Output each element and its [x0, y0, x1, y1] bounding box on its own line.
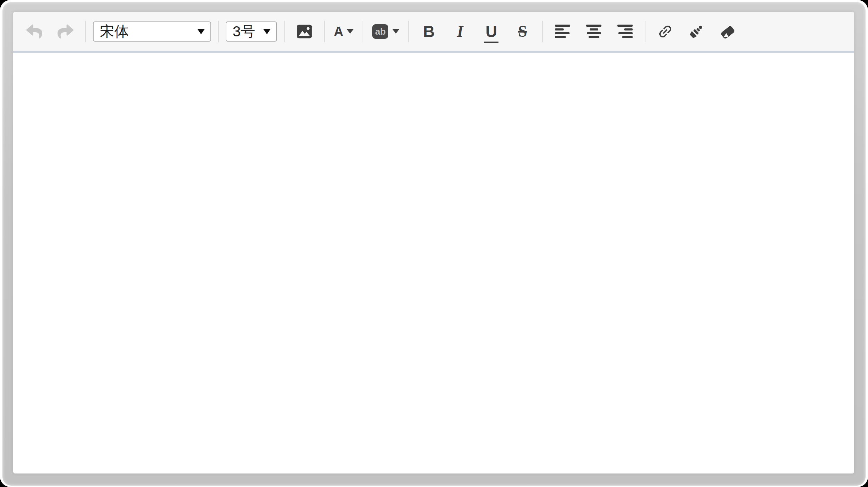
text-color-label: A — [334, 25, 343, 38]
redo-button[interactable] — [57, 22, 74, 41]
link-icon — [657, 23, 674, 40]
editor-widget-canvas: 宋体 3号 A — [0, 0, 868, 487]
align-right-icon — [617, 25, 633, 38]
image-icon — [296, 24, 313, 39]
align-center-icon — [586, 25, 601, 38]
toolbar-separator — [542, 21, 543, 42]
highlight-color-button[interactable]: ab — [372, 24, 399, 39]
eraser-icon — [719, 23, 736, 40]
align-right-button[interactable] — [617, 22, 633, 41]
brush-icon — [688, 23, 705, 40]
caret-down-icon — [197, 29, 205, 34]
format-brush-button[interactable] — [688, 22, 705, 41]
caret-down-icon — [392, 29, 399, 34]
underline-label: U — [486, 24, 497, 39]
insert-image-button[interactable] — [296, 22, 313, 41]
toolbar-separator — [408, 21, 409, 42]
bold-label: B — [423, 24, 435, 39]
italic-label: I — [457, 24, 463, 39]
align-left-icon — [555, 25, 570, 38]
caret-down-icon — [263, 29, 271, 34]
toolbar-separator — [363, 21, 363, 42]
editor-toolbar: 宋体 3号 A — [13, 12, 854, 53]
underline-button[interactable]: U — [483, 22, 500, 41]
insert-link-button[interactable] — [657, 22, 674, 41]
highlight-icon: ab — [372, 24, 388, 39]
strikethrough-button[interactable]: S — [514, 22, 531, 41]
toolbar-separator — [645, 21, 645, 42]
clear-format-button[interactable] — [719, 22, 736, 41]
italic-button[interactable]: I — [452, 22, 468, 41]
font-family-select[interactable]: 宋体 — [93, 21, 211, 42]
undo-arrow-icon — [26, 24, 42, 39]
toolbar-separator — [284, 21, 285, 42]
toolbar-separator — [85, 21, 86, 42]
redo-arrow-icon — [58, 24, 73, 39]
toolbar-separator — [324, 21, 325, 42]
bold-button[interactable]: B — [420, 22, 437, 41]
font-size-select[interactable]: 3号 — [226, 21, 277, 42]
highlight-label: ab — [375, 27, 385, 36]
toolbar-separator — [218, 21, 219, 42]
font-size-value: 3号 — [233, 24, 255, 39]
editor-content-area[interactable] — [13, 53, 854, 473]
font-family-value: 宋体 — [100, 24, 129, 39]
rich-text-editor: 宋体 3号 A — [13, 12, 854, 473]
caret-down-icon — [347, 29, 354, 34]
undo-button[interactable] — [26, 22, 43, 41]
text-color-button[interactable]: A — [334, 25, 354, 38]
align-center-button[interactable] — [585, 22, 602, 41]
strikethrough-label: S — [518, 24, 527, 39]
align-left-button[interactable] — [554, 22, 571, 41]
